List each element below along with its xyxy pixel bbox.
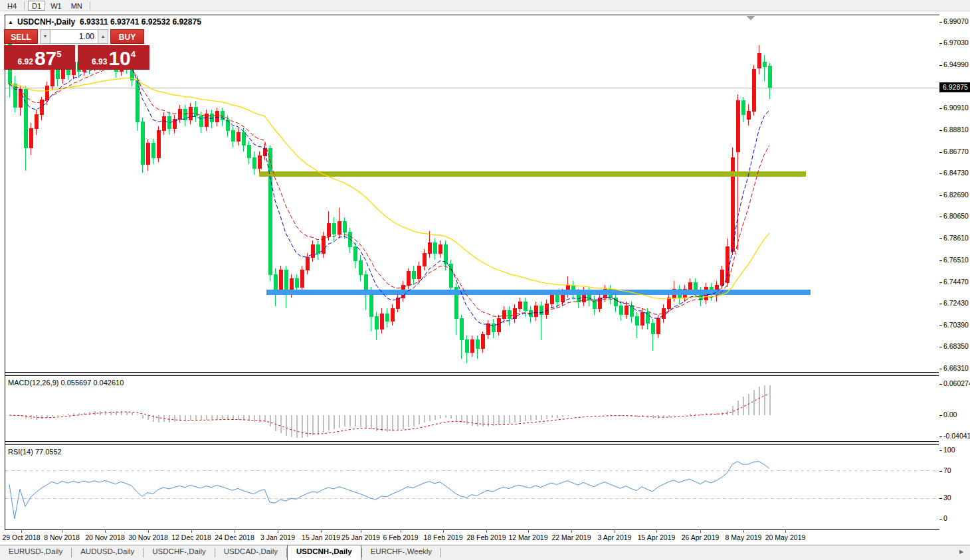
price-axis-label: 6.76510	[943, 256, 969, 264]
date-axis-tick	[321, 530, 322, 533]
price-axis-label: 6.82690	[943, 191, 969, 199]
price-axis-label-tick	[939, 260, 942, 261]
price-axis-label-tick	[939, 22, 942, 23]
date-axis-tick	[785, 530, 786, 533]
price-axis-label-tick	[939, 195, 942, 196]
date-axis-label: 15 Jan 2019	[302, 533, 340, 541]
buy-button[interactable]: BUY	[110, 29, 144, 44]
trade-controls-row: SELL ▼ ▲ BUY	[4, 29, 149, 44]
date-axis[interactable]: 29 Oct 20188 Nov 201820 Nov 201830 Nov 2…	[0, 530, 970, 545]
macd-axis-label: -0.040412	[943, 432, 970, 440]
price-axis-label: 6.97030	[943, 39, 969, 47]
rsi-axis-label-tick	[939, 519, 942, 519]
date-axis-tick	[700, 530, 701, 533]
sell-price-big-digits: 87	[35, 48, 56, 68]
price-axis-label: 6.66310	[943, 364, 969, 372]
date-axis-tick	[656, 530, 657, 533]
date-axis-label: 29 Oct 2018	[2, 533, 40, 541]
price-axis-label: 6.74470	[943, 278, 969, 286]
chart-tab-audusd[interactable]: AUDUSD-,Daily	[72, 545, 143, 560]
rsi-panel	[5, 462, 939, 519]
price-axis-label-tick	[939, 152, 942, 153]
date-axis-label: 20 May 2019	[765, 533, 806, 541]
price-axis-label: 6.86770	[943, 147, 969, 155]
timeframe-d1-button[interactable]: D1	[28, 1, 45, 11]
horizontal-level-line	[259, 171, 806, 177]
date-axis-tick	[21, 530, 22, 533]
rsi-axis-label: 100	[943, 446, 955, 454]
date-axis-tick	[743, 530, 744, 533]
date-axis-label: 6 Feb 2019	[383, 533, 418, 541]
timeframe-h4-button[interactable]: H4	[3, 1, 21, 11]
rsi-axis-label: 0	[943, 514, 947, 522]
chart-tab-eurchf[interactable]: EURCHF-,Weekly	[362, 545, 440, 560]
date-axis-label: 25 Jan 2019	[341, 533, 380, 541]
macd-axis-label: 0.060274	[943, 379, 970, 387]
date-axis-tick	[62, 530, 62, 533]
rsi-axis-label: 30	[943, 494, 951, 502]
date-axis-label: 20 Nov 2018	[85, 533, 125, 541]
date-axis-tick	[571, 530, 572, 533]
date-axis-tick	[191, 530, 192, 533]
price-axis-label: 6.94990	[943, 60, 969, 68]
date-axis-tick	[528, 530, 529, 533]
chart-tab-eurusd[interactable]: EURUSD-,Daily	[0, 545, 71, 560]
date-axis-tick	[443, 530, 444, 533]
price-axis-label: 6.78610	[943, 234, 969, 242]
date-axis-label: 12 Mar 2019	[509, 533, 548, 541]
price-axis-label: 6.84730	[943, 169, 969, 177]
date-axis-label: 18 Feb 2019	[424, 533, 463, 541]
chart-tab-usdcad[interactable]: USDCAD-,Daily	[215, 545, 286, 560]
chart-window	[5, 15, 940, 530]
mt4-application: H4 D1 W1 MN ▲USDCNH-,Daily 6.93311 6.937…	[0, 0, 970, 560]
timeframe-w1-button[interactable]: W1	[47, 1, 66, 11]
macd-axis-label: 0.00	[943, 411, 957, 419]
date-axis-label: 26 Apr 2019	[682, 533, 720, 541]
price-axis-label-tick	[939, 282, 942, 283]
one-click-collapse-icon[interactable]: ▲	[8, 19, 13, 25]
date-axis-tick	[148, 530, 149, 533]
buy-price-big-digits: 10	[108, 48, 130, 68]
date-axis-tick	[486, 530, 487, 533]
price-axis-label-tick	[939, 43, 942, 44]
sell-button[interactable]: SELL	[4, 29, 38, 44]
date-axis-label: 3 Jan 2019	[260, 533, 295, 541]
macd-axis-label-tick	[939, 415, 942, 416]
date-axis-tick	[278, 530, 278, 533]
chart-tab-usdcnh[interactable]: USDCNH-,Daily	[287, 545, 361, 560]
price-axis[interactable]: 6.990706.970306.949906.909106.888106.867…	[939, 15, 970, 530]
date-axis-label: 15 Apr 2019	[638, 533, 676, 541]
price-axis-label-tick	[939, 173, 942, 174]
volume-increase-button[interactable]: ▲	[98, 29, 108, 44]
sell-price-pip-digit: 5	[56, 49, 61, 59]
rsi-axis-label-tick	[939, 498, 942, 499]
rsi-axis-label-tick	[939, 450, 942, 451]
rsi-axis-label-tick	[939, 471, 942, 472]
tab-scroll-right-icon[interactable]: ▶	[959, 549, 966, 555]
price-axis-label-tick	[939, 304, 942, 304]
price-axis-label: 6.70390	[943, 321, 969, 329]
price-axis-label-tick	[939, 347, 942, 347]
price-axis-label: 6.90910	[943, 104, 969, 112]
volume-input[interactable]	[50, 29, 98, 44]
price-axis-label: 6.88810	[943, 126, 969, 134]
price-axis-label-tick	[939, 238, 942, 239]
chart-canvas[interactable]	[5, 15, 939, 529]
volume-decrease-button[interactable]: ▼	[40, 29, 50, 44]
chart-tab-usdchf[interactable]: USDCHF-,Daily	[144, 545, 215, 560]
buy-price-display[interactable]: 6.93 10 4	[78, 45, 149, 70]
price-axis-label-tick	[939, 108, 942, 109]
chart-title: ▲USDCNH-,Daily 6.93311 6.93741 6.92532 6…	[8, 17, 201, 27]
date-axis-tick	[105, 530, 106, 533]
chart-shift-marker-icon	[747, 16, 755, 21]
date-axis-tick	[401, 530, 401, 533]
chart-ohlc-values: 6.93311 6.93741 6.92532 6.92875	[80, 17, 201, 27]
sell-price-display[interactable]: 6.92 87 5	[4, 45, 75, 70]
rsi-indicator-label: RSI(14) 77.0552	[8, 448, 62, 456]
date-axis-tick	[615, 530, 615, 533]
timeframe-mn-button[interactable]: MN	[67, 1, 86, 11]
date-axis-label: 28 Feb 2019	[467, 533, 506, 541]
price-axis-label-tick	[939, 326, 942, 326]
price-axis-label: 6.80650	[943, 212, 969, 220]
date-axis-label: 30 Nov 2018	[128, 533, 168, 541]
